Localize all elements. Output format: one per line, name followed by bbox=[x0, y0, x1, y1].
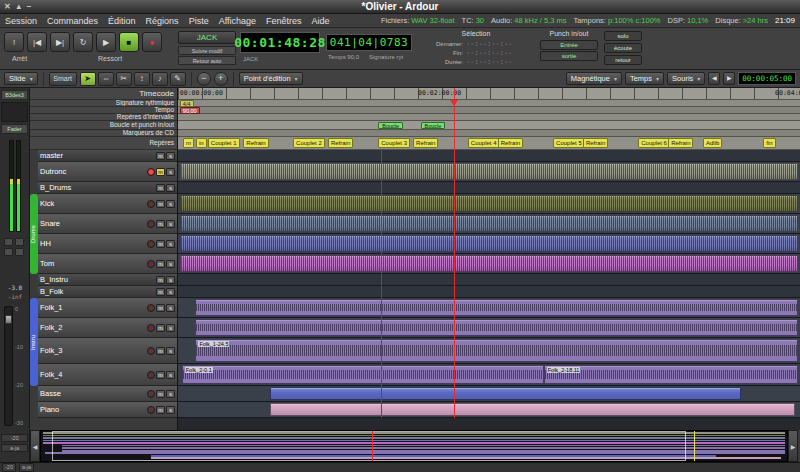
ruler-boucle-et-punch-in-out[interactable]: BoucleBoucle bbox=[178, 121, 800, 130]
marker-couplet-1[interactable]: Couplet 1 bbox=[208, 138, 240, 148]
ruler-label-signature-rythmique[interactable]: Signature rythmique bbox=[30, 100, 177, 107]
marker-refrain[interactable]: Refrain bbox=[328, 138, 353, 148]
retour-indicator[interactable]: retour bbox=[604, 55, 642, 65]
maximize-button[interactable]: ▴ bbox=[17, 0, 21, 14]
play-button[interactable]: ▶ bbox=[96, 32, 116, 52]
marker-in[interactable]: in bbox=[196, 138, 207, 148]
smart-mode-button[interactable]: Smart bbox=[49, 72, 77, 86]
mute-button[interactable]: m bbox=[156, 406, 165, 414]
region[interactable] bbox=[180, 235, 798, 252]
track-header-folk-1[interactable]: Folk_1ms bbox=[38, 298, 177, 318]
region[interactable] bbox=[270, 387, 741, 400]
menu-fen-tres[interactable]: Fenêtres bbox=[261, 16, 307, 26]
mute-button[interactable]: m bbox=[156, 276, 165, 284]
track-header-hh[interactable]: HHms bbox=[38, 234, 177, 254]
marker-couplet-3[interactable]: Couplet 3 bbox=[378, 138, 410, 148]
solo-button[interactable]: s bbox=[166, 347, 175, 355]
track-header-tom[interactable]: Tomms bbox=[38, 254, 177, 274]
aux-button-retour-auto[interactable]: Retour auto bbox=[178, 56, 236, 65]
solo-button[interactable]: s bbox=[166, 406, 175, 414]
processor-box[interactable] bbox=[1, 102, 28, 122]
track-header-b-folk[interactable]: B_Folkms bbox=[38, 286, 177, 298]
solo-button[interactable]: s bbox=[166, 304, 175, 312]
record-enable-button[interactable] bbox=[147, 200, 155, 208]
track-header-piano[interactable]: Pianoms bbox=[38, 402, 177, 418]
zoom-out-button[interactable]: − bbox=[197, 72, 211, 86]
track-header-snare[interactable]: Snarems bbox=[38, 214, 177, 234]
ruler-marqueurs-de-cd[interactable] bbox=[178, 130, 800, 137]
nudge-back-button[interactable]: ◀ bbox=[708, 72, 720, 85]
region[interactable]: Folk_1-24.5 bbox=[195, 339, 798, 362]
mute-button[interactable]: m bbox=[156, 288, 165, 296]
tool-audition-button[interactable]: ♪ bbox=[152, 72, 168, 86]
region[interactable] bbox=[270, 403, 795, 416]
menu-piste[interactable]: Piste bbox=[184, 16, 214, 26]
zoom-in-button[interactable]: + bbox=[214, 72, 228, 86]
titlebar[interactable]: ✕▴− *Olivier - Ardour bbox=[0, 0, 800, 14]
menu-session[interactable]: Session bbox=[0, 16, 42, 26]
solo-button[interactable]: s bbox=[166, 184, 175, 192]
track-header-folk-2[interactable]: Folk_2ms bbox=[38, 318, 177, 338]
group-tab-instru[interactable]: Instru bbox=[30, 298, 38, 386]
minimize-button[interactable]: − bbox=[27, 0, 32, 14]
group-tab-drums[interactable]: Drums bbox=[30, 194, 38, 274]
mute-button[interactable]: m bbox=[156, 220, 165, 228]
menu-dition[interactable]: Édition bbox=[103, 16, 141, 26]
edit-point-dropdown[interactable]: Point d'édition ▾ bbox=[239, 72, 303, 85]
record-enable-button[interactable] bbox=[147, 168, 155, 176]
solo-button[interactable]: s bbox=[166, 276, 175, 284]
strip-top-label[interactable]: B3des3 bbox=[1, 90, 28, 100]
loop-button[interactable]: ↻ bbox=[73, 32, 93, 52]
ruler-label-timecode[interactable]: Timecode bbox=[30, 88, 177, 100]
solo-indicator[interactable]: solo bbox=[604, 31, 642, 41]
mute-button[interactable]: m bbox=[156, 240, 165, 248]
record-enable-button[interactable] bbox=[147, 240, 155, 248]
solo-button[interactable]: s bbox=[166, 200, 175, 208]
marker-fin[interactable]: fin bbox=[763, 138, 775, 148]
record-button[interactable]: ● bbox=[142, 32, 162, 52]
solo-button[interactable]: s bbox=[166, 288, 175, 296]
track-header-b-drums[interactable]: B_Drumsms bbox=[38, 182, 177, 194]
summary-scroll-left[interactable]: ◀ bbox=[30, 430, 40, 462]
ruler-label-boucle-et-punch-in-out[interactable]: Boucle et punch in/out bbox=[30, 121, 177, 130]
region[interactable]: Folk_2-18.11 bbox=[544, 365, 798, 384]
marker-refrain[interactable]: Refrain bbox=[243, 138, 268, 148]
secondary-clock[interactable]: 041|04|0783 bbox=[326, 34, 412, 51]
snap-unit-dropdown[interactable]: Temps ▾ bbox=[625, 72, 664, 85]
strip-small-button[interactable] bbox=[15, 238, 24, 246]
record-enable-button[interactable] bbox=[147, 324, 155, 332]
nudge-clock[interactable]: 00:00:05:00 bbox=[738, 72, 796, 85]
menu-commandes[interactable]: Commandes bbox=[42, 16, 103, 26]
record-enable-button[interactable] bbox=[147, 371, 155, 379]
track-header-kick[interactable]: Kickms bbox=[38, 194, 177, 214]
editor-canvas[interactable]: 00:00:00:0000:02:00:0000:04:04/490,00Bou… bbox=[178, 88, 800, 430]
solo-button[interactable]: s bbox=[166, 152, 175, 160]
mute-button[interactable]: m bbox=[156, 168, 165, 176]
go-end-button[interactable]: ▶| bbox=[50, 32, 70, 52]
marker-refrain[interactable]: Refrain bbox=[583, 138, 608, 148]
strip-small-button[interactable] bbox=[15, 248, 24, 256]
ruler-rep-res-d-intervalle[interactable] bbox=[178, 114, 800, 121]
marker-refrain[interactable]: Refrain bbox=[413, 138, 438, 148]
track-header-basse[interactable]: Bassems bbox=[38, 386, 177, 402]
region[interactable]: Folk_2-0.1 bbox=[182, 365, 544, 384]
menu-r-gions[interactable]: Régions bbox=[141, 16, 184, 26]
mute-button[interactable]: m bbox=[156, 184, 165, 192]
punch-entr-e[interactable]: Entrée bbox=[540, 40, 598, 50]
ruler-label-tempo[interactable]: Tempo bbox=[30, 107, 177, 114]
nudge-forward-button[interactable]: ▶ bbox=[723, 72, 735, 85]
fader-handle[interactable] bbox=[5, 315, 12, 324]
track-header-folk-3[interactable]: Folk_3ms bbox=[38, 338, 177, 364]
solo-button[interactable]: s bbox=[166, 260, 175, 268]
tool-object-button[interactable]: ➤ bbox=[80, 72, 96, 86]
marker-couplet-6[interactable]: Couplet 6 bbox=[638, 138, 670, 148]
aux-button-suivre-modif[interactable]: Suivre modif bbox=[178, 46, 236, 55]
ruler-rep-res[interactable]: minCouplet 1RefrainCouplet 2RefrainCoupl… bbox=[178, 137, 800, 150]
mute-button[interactable]: m bbox=[156, 347, 165, 355]
meter-marker[interactable]: 4/4 bbox=[180, 100, 194, 107]
stop-button[interactable]: ■ bbox=[119, 32, 139, 52]
summary-strip[interactable] bbox=[40, 430, 788, 462]
mute-button[interactable]: m bbox=[156, 324, 165, 332]
region[interactable] bbox=[180, 255, 798, 272]
primary-clock[interactable]: 00:01:48:28 bbox=[240, 32, 320, 53]
